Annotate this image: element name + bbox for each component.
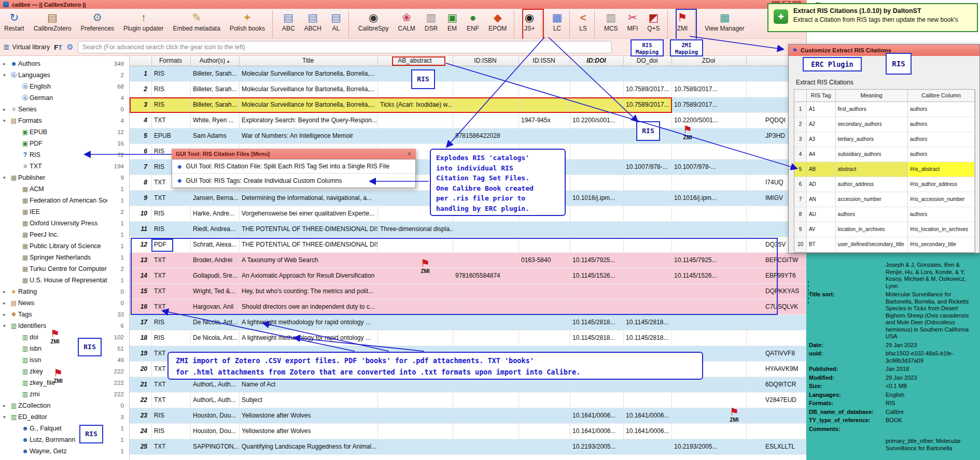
dialog-titlebar[interactable]: ⚑ Customize Extract RIS Citations	[789, 45, 979, 56]
column-header[interactable]: Formats	[152, 56, 191, 66]
toolbar-button[interactable]: ▤ ABC	[282, 10, 295, 38]
column-header[interactable]	[130, 56, 152, 66]
panel-splitter-handle[interactable]	[807, 280, 809, 305]
toolbar-button[interactable]: ✂ MFI	[627, 10, 638, 38]
sidebar-item[interactable]: ▸ ≡ Series 0	[0, 104, 129, 115]
table-row[interactable]: 3 RIS Billeter, Sarah... Molecular Surve…	[130, 97, 806, 113]
table-row[interactable]: 23 RIS Houston, Dou... Yellowstone after…	[130, 408, 806, 424]
table-row[interactable]: 22 TXT AuthorL, Auth... Subject V2847EUD	[130, 393, 806, 408]
mapping-row[interactable]: 5 AB abstract #ris_abstract	[794, 162, 975, 177]
close-icon[interactable]: ✕	[407, 151, 412, 157]
column-header[interactable]: Author(s)▲	[191, 56, 240, 66]
sidebar-item[interactable]: ▾ ▤ Formats 4	[0, 115, 129, 126]
table-row[interactable]: 12 PDF Schratt, Alexa... THE POTENTIAL O…	[130, 237, 806, 253]
expand-chevron-icon[interactable]: ▾	[3, 73, 9, 78]
mapping-column-header[interactable]: Calibre Column	[908, 90, 975, 102]
sidebar-item[interactable]: ▦ Federation of American Soci 1	[0, 195, 129, 206]
expand-chevron-icon[interactable]: ▾	[3, 118, 9, 123]
table-row[interactable]: 11 RIS Riedl, Andrea... THE POTENTIAL OF…	[130, 222, 806, 237]
mapping-row[interactable]: 3 A3 tertiary_authors authors	[794, 132, 975, 147]
column-header[interactable]: ID:ISBN	[453, 56, 519, 66]
expand-chevron-icon[interactable]: ▸	[3, 300, 9, 306]
sidebar-item[interactable]: ▣ EPUB 12	[0, 126, 129, 138]
table-row[interactable]: 15 TXT Wright, Ted &... Hey, but who's c…	[130, 284, 806, 299]
sidebar-item[interactable]: ▥ issn 49	[0, 354, 129, 366]
sidebar-item[interactable]: ▾ ⓐ Languages 2	[0, 69, 129, 81]
toolbar-button[interactable]: ▥ MCS	[604, 10, 618, 38]
mapping-row[interactable]: 4 A4 subsidiary_authors authors	[794, 147, 975, 162]
sidebar-item[interactable]: ▾ ▥ ED_editor 3	[0, 411, 129, 423]
search-gear-icon[interactable]: ⚙	[66, 42, 73, 52]
table-row[interactable]: 13 TXT Broder, Andrei A Taxonomy of Web …	[130, 253, 806, 268]
sidebar-item[interactable]: ▦ Springer Netherlands 1	[0, 252, 129, 263]
expand-chevron-icon[interactable]: ▾	[3, 175, 9, 180]
expand-chevron-icon[interactable]: ▸	[3, 312, 9, 317]
mapping-column-header[interactable]: RIS Tag	[807, 90, 836, 102]
toolbar-button[interactable]: ▤ ABCH	[304, 10, 321, 38]
toolbar-button[interactable]: ↻ Restart	[4, 10, 24, 38]
toolbar-button[interactable]: ⚑ ZMI	[677, 10, 696, 38]
table-row[interactable]: 24 RIS Houston, Dou... Yellowstone after…	[130, 424, 806, 439]
popup-menu-item[interactable]: ◆ GUI Tool: RIS Tags: Create Individual …	[172, 174, 415, 188]
expand-chevron-icon[interactable]: ▸	[3, 403, 9, 408]
search-input[interactable]	[78, 41, 612, 53]
popup-menu-item[interactable]: ◆ GUI Tool: RIS Citation File: Split Eac…	[172, 160, 415, 174]
expand-chevron-icon[interactable]: ▾	[3, 414, 9, 420]
sidebar-item[interactable]: ▦ Turku Centre for Computer S 2	[0, 263, 129, 275]
fulltext-search-button[interactable]: FT	[54, 42, 62, 52]
toolbar-button[interactable]: ◆ EPOM	[488, 10, 514, 38]
table-row[interactable]: 5 EPUB Sam Adams War of Numbers: An Inte…	[130, 128, 806, 144]
toolbar-button[interactable]: < LS	[579, 10, 595, 38]
sidebar-item[interactable]: ▾ ▦ Publisher 9	[0, 172, 129, 183]
toolbar-button[interactable]: ↑ Plugin updater	[123, 10, 163, 38]
table-row[interactable]: 25 TXT SAPPINGTON,... Quantifying Landsc…	[130, 439, 806, 455]
table-row[interactable]: 17 RIS De Nicola, Ant... A lightweight m…	[130, 315, 806, 330]
toolbar-button[interactable]: ● ENF	[467, 10, 479, 38]
sidebar-item[interactable]: ▥ zmi 222	[0, 389, 129, 400]
column-header[interactable]: DO_doi	[624, 56, 672, 66]
toolbar-button[interactable]: ▤ CalibreZotero	[34, 10, 72, 38]
sidebar-item[interactable]: ≡ TXT 194	[0, 161, 129, 172]
sidebar-item[interactable]: ▦ Oxford University Press 1	[0, 218, 129, 229]
sidebar-item[interactable]: ▦ U.S. House of Representativ 1	[0, 275, 129, 286]
sidebar-item[interactable]: ▦ Public Library of Science 1	[0, 240, 129, 252]
sidebar-item[interactable]: ? RIS 72	[0, 149, 129, 161]
toolbar-button[interactable]: ▣ EM	[447, 10, 457, 38]
sidebar-item[interactable]: ▦ IEE 2	[0, 206, 129, 218]
expand-chevron-icon[interactable]: ▸	[3, 61, 9, 66]
mapping-row[interactable]: 2 A2 secondary_authors authors	[794, 117, 975, 132]
sidebar-item[interactable]: ☻ Lutz, Bornmann 1	[0, 434, 129, 445]
toolbar-button[interactable]: ◉ CalibreSpy	[358, 10, 389, 38]
sidebar-item[interactable]: ▦ PeerJ Inc. 1	[0, 229, 129, 240]
column-header[interactable]: ZDoi	[672, 56, 747, 66]
toolbar-button[interactable]: ◩ Q+S	[647, 10, 667, 38]
mapping-row[interactable]: 8 AU authors authors	[794, 207, 975, 222]
mapping-row[interactable]: 7 AN accession_number #ris_accession_num…	[794, 192, 975, 207]
toolbar-button[interactable]: ✦ Polish books	[230, 10, 273, 38]
table-row[interactable]: 14 TXT Gollapudi, Sre... An Axiomatic Ap…	[130, 268, 806, 284]
column-header[interactable]: AB_abstract	[378, 56, 453, 66]
table-row[interactable]: 1 RIS Billeter, Sarah... Molecular Surve…	[130, 66, 806, 82]
sidebar-item[interactable]: ▦ ACM 1	[0, 183, 129, 195]
toolbar-button[interactable]: ⚙ Preferences	[80, 10, 114, 38]
toolbar-button[interactable]: ▥ DSR	[425, 10, 438, 38]
sidebar-item[interactable]: ☻ G., Falquet 1	[0, 423, 129, 434]
toolbar-button[interactable]: ▦ LC	[552, 10, 570, 38]
toolbar-button[interactable]: ✎ Embed metadata	[173, 10, 220, 38]
toolbar-button[interactable]: ❀ CALM	[398, 10, 415, 38]
sidebar-item[interactable]: ▣ PDF 16	[0, 138, 129, 149]
expand-chevron-icon[interactable]: ▾	[3, 323, 9, 328]
table-row[interactable]: 4 TXT White, Ryen ... Exploratory Search…	[130, 113, 806, 128]
sidebar-item[interactable]: ▸ ▥ ZCollection 0	[0, 400, 129, 411]
sidebar-item[interactable]: ▸ ▤ News 0	[0, 297, 129, 309]
toolbar-button[interactable]: ◉ JS+	[524, 10, 542, 38]
column-header[interactable]: ID:ISSN	[519, 56, 570, 66]
column-header[interactable]: Title	[240, 56, 378, 66]
sidebar-item[interactable]: ▸ ❖ Tags 33	[0, 309, 129, 320]
sidebar-item[interactable]: ⓐ English 68	[0, 81, 129, 92]
virtual-library-button[interactable]: ≣ Virtual library	[3, 42, 50, 52]
mapping-row[interactable]: 10 BT user_defined/secondary_title #ris_…	[794, 237, 975, 252]
sidebar-item[interactable]: ⓐ German 4	[0, 92, 129, 104]
mapping-row[interactable]: 6 AD author_address #ris_author_address	[794, 177, 975, 192]
mapping-row[interactable]: 9 AV location_in_archives #ris_location_…	[794, 222, 975, 237]
